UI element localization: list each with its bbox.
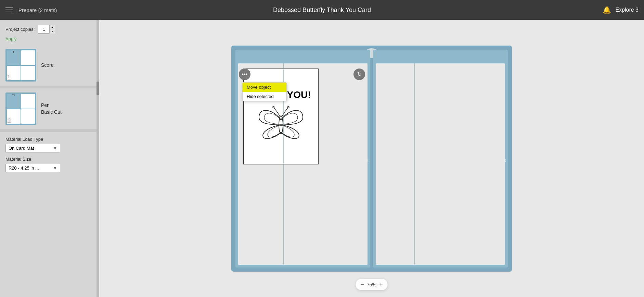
header-right: 🔔 Explore 3 bbox=[603, 6, 639, 14]
mat-section-left: ••• ↻ Move object Hide selected bbox=[235, 50, 370, 268]
chevron-down-icon-2: ▼ bbox=[53, 166, 57, 171]
butterfly-svg bbox=[255, 102, 307, 143]
svg-point-1 bbox=[273, 106, 274, 108]
material-load-section: Material Load Type On Card Mat ▼ Materia… bbox=[0, 132, 99, 181]
context-menu: Move object Hide selected bbox=[242, 82, 287, 101]
zoom-in-button[interactable]: + bbox=[379, 281, 383, 288]
mat-container: cricut Card Mat ••• ↻ Move object bbox=[231, 46, 512, 272]
dim-marker-right: 20 bbox=[503, 159, 506, 162]
refresh-icon: ↻ bbox=[357, 71, 362, 77]
mat-label-1: Score bbox=[41, 62, 54, 69]
sidebar-top: Project copies: ▲ ▼ Apply bbox=[0, 20, 99, 45]
mat-thumbnail-1: ✦ 1 bbox=[5, 49, 36, 82]
more-options-button[interactable]: ••• bbox=[239, 69, 250, 80]
sidebar-scroll[interactable]: ✦ 1 Score TY bbox=[0, 45, 99, 297]
material-size-value: R20 - 4.25 in ... bbox=[9, 165, 39, 171]
material-size-select[interactable]: R20 - 4.25 in ... ▼ bbox=[5, 164, 60, 172]
mat-label-2a: Pen bbox=[41, 102, 62, 109]
header: Prepare (2 mats) Debossed Butterfly Than… bbox=[0, 0, 644, 20]
material-load-value: On Card Mat bbox=[9, 146, 34, 151]
mat-thumb-cell-br bbox=[21, 66, 35, 81]
mat-thumb-cell-tl: ✦ bbox=[7, 50, 21, 65]
explore-label: Explore 3 bbox=[615, 7, 639, 13]
mat-label-2-wrap: Pen Basic Cut bbox=[41, 102, 62, 115]
main-layout: Project copies: ▲ ▼ Apply ✦ bbox=[0, 20, 644, 297]
sidebar-divider-1 bbox=[0, 86, 99, 88]
ruler-1: 1 bbox=[240, 261, 242, 265]
chevron-down-icon: ▼ bbox=[53, 146, 57, 151]
material-load-label: Material Load Type bbox=[5, 137, 94, 142]
dim-marker-left: 20 bbox=[365, 159, 369, 162]
refresh-button[interactable]: ↻ bbox=[353, 69, 365, 80]
ruler-2: 2 bbox=[377, 261, 379, 265]
mat-thumb-cell2-br bbox=[21, 109, 35, 124]
mat-thumbnail-2: TY 2 bbox=[5, 92, 36, 125]
project-copies-label: Project copies: bbox=[5, 27, 35, 32]
mat-number-1: 1 bbox=[7, 73, 11, 81]
copies-input[interactable] bbox=[38, 25, 49, 33]
sidebar-divider-2 bbox=[0, 129, 99, 132]
svg-point-2 bbox=[288, 106, 289, 108]
move-object-item[interactable]: Move object bbox=[243, 83, 286, 92]
copies-up-button[interactable]: ▲ bbox=[49, 25, 55, 29]
mat-label-2b: Basic Cut bbox=[41, 109, 62, 116]
material-load-select[interactable]: On Card Mat ▼ bbox=[5, 144, 60, 152]
hide-selected-item[interactable]: Hide selected bbox=[243, 92, 286, 101]
zoom-out-button[interactable]: − bbox=[360, 281, 364, 288]
mat-section-right: 2 20 bbox=[373, 50, 508, 268]
notification-icon[interactable]: 🔔 bbox=[603, 6, 611, 14]
project-title: Debossed Butterfly Thank You Card bbox=[273, 7, 371, 14]
more-icon: ••• bbox=[242, 71, 248, 77]
copies-input-wrap: ▲ ▼ bbox=[38, 25, 55, 34]
copies-spinners: ▲ ▼ bbox=[49, 25, 55, 34]
mat-canvas: cricut Card Mat ••• ↻ Move object bbox=[99, 20, 644, 297]
apply-button[interactable]: Apply bbox=[5, 36, 17, 41]
mat-item-2[interactable]: TY 2 Pen Basic Cut bbox=[0, 88, 99, 129]
zoom-value: 75% bbox=[367, 282, 376, 287]
sidebar: Project copies: ▲ ▼ Apply ✦ bbox=[0, 20, 99, 297]
mat-thumb-cell2-tr bbox=[21, 94, 35, 109]
mat-thumb-cell-tr bbox=[21, 50, 35, 65]
mat-item-1[interactable]: ✦ 1 Score bbox=[0, 45, 99, 86]
material-size-label: Material Size bbox=[5, 157, 94, 162]
canvas-area: cricut Card Mat ••• ↻ Move object bbox=[99, 20, 644, 297]
menu-button[interactable] bbox=[5, 8, 13, 12]
copies-down-button[interactable]: ▼ bbox=[49, 29, 55, 34]
zoom-controls: − 75% + bbox=[356, 279, 387, 290]
scrollbar-thumb bbox=[96, 82, 99, 95]
sidebar-scrollbar[interactable] bbox=[96, 20, 99, 297]
vert-line-r1 bbox=[414, 63, 415, 265]
project-copies-row: Project copies: ▲ ▼ bbox=[5, 25, 94, 34]
mat-section-right-inner bbox=[376, 63, 505, 265]
mat-number-2: 2 bbox=[7, 116, 11, 124]
prepare-label: Prepare (2 mats) bbox=[18, 7, 57, 13]
mat-thumb-cell2-tl: TY bbox=[7, 94, 21, 109]
